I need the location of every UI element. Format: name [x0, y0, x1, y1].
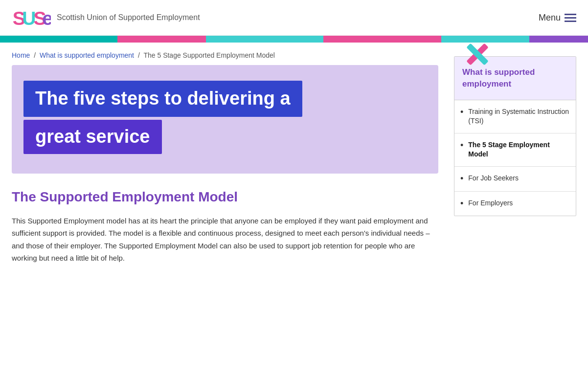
bullet-icon-5stage: •	[460, 140, 463, 151]
bullet-icon-jobseekers: •	[460, 174, 463, 184]
suse-logo[interactable]: S U S e	[12, 6, 51, 29]
section-title: The Supported Employment Model	[12, 189, 438, 205]
site-name: Scottish Union of Supported Employment	[57, 13, 200, 22]
hero-banner: The five steps to delivering a great ser…	[12, 65, 438, 174]
hero-line2: great service	[35, 127, 150, 147]
svg-text:e: e	[42, 8, 51, 29]
hero-title-block2: great service	[23, 120, 162, 154]
color-bar-teal	[0, 36, 117, 43]
sidebar-item-5stage[interactable]: • The 5 Stage Employment Model	[454, 133, 576, 167]
color-bar-pink2	[323, 36, 441, 43]
sidebar-item-tsi[interactable]: • Training in Systematic Instruction (TS…	[454, 100, 576, 133]
menu-button[interactable]: Menu	[539, 13, 576, 23]
bullet-icon-employers: •	[460, 199, 463, 209]
bullet-icon-tsi: •	[460, 107, 463, 118]
sidebar-item-tsi-label: Training in Systematic Instruction (TSI)	[468, 107, 570, 126]
breadcrumb-current: The 5 Stage Supported Employment Model	[143, 51, 275, 59]
breadcrumb-sep1: /	[34, 51, 36, 59]
breadcrumb: Home / What is supported employment / Th…	[12, 43, 438, 65]
logo-area: S U S e Scottish Union of Supported Empl…	[12, 6, 200, 29]
sidebar-item-employers[interactable]: • For Employers	[454, 192, 576, 216]
sidebar: What is supported employment • Training …	[454, 50, 576, 265]
site-header: S U S e Scottish Union of Supported Empl…	[0, 0, 588, 36]
color-bar-pink1	[117, 36, 205, 43]
sidebar-card: What is supported employment • Training …	[454, 56, 576, 216]
main-container: Home / What is supported employment / Th…	[0, 43, 588, 265]
content-area: Home / What is supported employment / Th…	[12, 43, 454, 265]
hamburger-icon	[565, 14, 576, 22]
sidebar-item-jobseekers-label: For Job Seekers	[468, 174, 519, 183]
body-text: This Supported Employment model has at i…	[12, 215, 438, 265]
hero-line1: The five steps to delivering a	[35, 88, 291, 109]
color-bar-purple	[529, 36, 588, 43]
sidebar-item-5stage-label: The 5 Stage Employment Model	[468, 140, 570, 159]
menu-label: Menu	[539, 13, 561, 23]
breadcrumb-sep2: /	[138, 51, 140, 59]
sidebar-item-jobseekers[interactable]: • For Job Seekers	[454, 167, 576, 192]
breadcrumb-home[interactable]: Home	[12, 51, 30, 59]
cross-icon	[464, 41, 491, 68]
breadcrumb-page2[interactable]: What is supported employment	[40, 51, 134, 59]
color-bar	[0, 36, 588, 43]
color-bar-cyan	[206, 36, 323, 43]
sidebar-item-employers-label: For Employers	[468, 199, 513, 208]
hero-title-block1: The five steps to delivering a	[23, 81, 302, 117]
